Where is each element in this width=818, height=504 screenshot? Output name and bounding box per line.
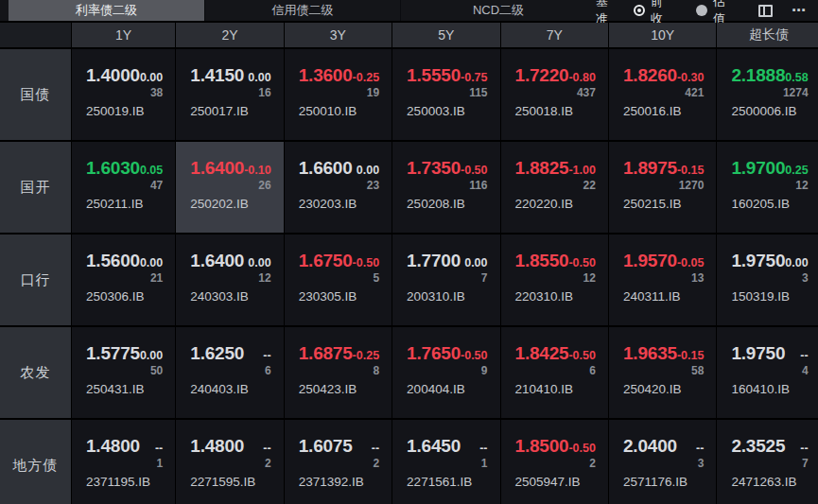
tab-1[interactable]: 信用债二级 (204, 0, 400, 21)
change-value: -0.50 (568, 252, 596, 273)
bond-cell-cdb-1y[interactable]: 1.60300.0547250211.IB (72, 142, 175, 233)
change-value: -0.50 (461, 345, 488, 366)
bond-cell-local-gov-5y[interactable]: 1.6450--12271561.IB (392, 420, 499, 504)
bond-cell-cdb-5y[interactable]: 1.7350-0.50116250208.IB (392, 142, 499, 233)
trade-count: 19 (299, 87, 379, 99)
trade-count: 1270 (623, 180, 704, 192)
bond-cell-local-gov-10y[interactable]: 2.0400--32571176.IB (609, 420, 716, 504)
bond-cell-treasury-10y[interactable]: 1.8260-0.30421250016.IB (609, 49, 716, 140)
bond-cell-exim-ultra-long[interactable]: 1.97500.003150319.IB (717, 235, 818, 325)
bond-code: 200310.IB (407, 289, 487, 304)
bond-cell-exim-10y[interactable]: 1.9570-0.0513240311.IB (609, 235, 716, 325)
bond-cell-local-gov-1y[interactable]: 1.4800--12371195.IB (72, 420, 175, 504)
bond-cell-cdb-2y[interactable]: 1.6400-0.1026250202.IB (176, 142, 283, 233)
bond-cell-treasury-7y[interactable]: 1.7220-0.80437250018.IB (501, 49, 608, 140)
yield-value: 1.6030 (86, 158, 140, 179)
bond-cell-adbc-1y[interactable]: 1.57750.0050250431.IB (72, 327, 175, 418)
bond-code: 2571176.IB (623, 475, 704, 490)
change-value: 0.00 (140, 252, 163, 273)
bond-code: 2271561.IB (407, 475, 487, 490)
more-icon[interactable]: ⋯ (788, 6, 810, 15)
yield-value: 1.7220 (515, 65, 569, 86)
yield-value: 1.7700 (407, 251, 461, 271)
bond-code: 250423.IB (299, 382, 379, 397)
bond-code: 250431.IB (86, 382, 163, 397)
tab-bar-tabs: 利率债二级信用债二级NCD二级 (0, 0, 596, 21)
trade-count: 116 (407, 180, 487, 192)
bond-cell-adbc-7y[interactable]: 1.8425-0.506210410.IB (501, 327, 608, 418)
yield-value: 1.5550 (407, 65, 461, 86)
bond-cell-adbc-5y[interactable]: 1.7650-0.509200404.IB (392, 327, 499, 418)
change-value: -- (696, 438, 704, 459)
bond-cell-cdb-10y[interactable]: 1.8975-0.151270250215.IB (609, 142, 716, 233)
yield-value: 1.7650 (407, 343, 461, 364)
yield-value: 1.4150 (190, 65, 244, 86)
bond-cell-adbc-ultra-long[interactable]: 1.9750--4160410.IB (717, 327, 818, 418)
bond-cell-local-gov-7y[interactable]: 1.8500-0.5022505947.IB (501, 420, 608, 504)
yield-value: 1.8550 (515, 251, 569, 271)
bond-table: 1Y2Y3Y5Y7Y10Y超长债国债1.40000.0038250019.IB1… (0, 23, 818, 504)
bond-cell-treasury-3y[interactable]: 1.3600-0.2519250010.IB (285, 49, 392, 140)
bond-cell-adbc-3y[interactable]: 1.6875-0.258250423.IB (285, 327, 392, 418)
bond-code: 230305.IB (299, 289, 379, 304)
bond-cell-exim-2y[interactable]: 1.64000.0012240303.IB (176, 235, 283, 325)
bond-code: 160205.IB (731, 197, 808, 212)
yield-value: 1.6250 (190, 343, 244, 364)
change-value: 0.00 (357, 160, 379, 181)
bond-cell-local-gov-ultra-long[interactable]: 2.3525--72471263.IB (717, 420, 818, 504)
change-value: 0.00 (248, 252, 270, 273)
yield-value: 1.9750 (731, 251, 785, 271)
bond-cell-treasury-1y[interactable]: 1.40000.0038250019.IB (72, 49, 175, 140)
trade-count: 2 (190, 458, 270, 470)
change-value: -0.50 (353, 252, 380, 273)
bond-code: 250019.IB (86, 104, 163, 119)
column-header-3y: 3Y (285, 23, 392, 47)
trade-count: 8 (299, 365, 379, 377)
trade-count: 115 (407, 87, 487, 99)
bond-code: 250018.IB (515, 104, 596, 119)
bond-cell-cdb-ultra-long[interactable]: 1.97000.2512160205.IB (717, 142, 818, 233)
yield-value: 1.8825 (515, 158, 569, 179)
column-header-2y: 2Y (176, 23, 283, 47)
trade-count: 23 (299, 180, 379, 192)
bond-cell-treasury-ultra-long[interactable]: 2.18880.5812742500006.IB (717, 49, 818, 140)
bond-cell-cdb-3y[interactable]: 1.66000.0023230203.IB (285, 142, 392, 233)
change-value: -0.25 (353, 67, 380, 88)
yield-value: 1.3600 (299, 65, 353, 86)
panel-layout-icon[interactable] (758, 5, 773, 17)
bond-code: 250202.IB (190, 197, 270, 212)
change-value: -0.30 (677, 67, 705, 88)
table-corner (0, 23, 71, 47)
trade-count: 50 (86, 365, 163, 377)
bond-code: 250306.IB (86, 289, 163, 304)
bond-cell-adbc-10y[interactable]: 1.9635-0.1558250420.IB (609, 327, 716, 418)
change-value: -0.75 (461, 67, 488, 88)
bond-cell-treasury-2y[interactable]: 1.41500.0016250017.IB (176, 49, 283, 140)
bond-cell-local-gov-3y[interactable]: 1.6075--22371392.IB (285, 420, 392, 504)
bond-code: 240311.IB (623, 289, 704, 304)
trade-count: 1 (407, 458, 487, 470)
bond-cell-exim-7y[interactable]: 1.8550-0.5012220310.IB (501, 235, 608, 325)
bond-cell-exim-5y[interactable]: 1.77000.007200310.IB (392, 235, 499, 325)
bond-cell-treasury-5y[interactable]: 1.5550-0.75115250003.IB (392, 49, 499, 140)
bond-cell-local-gov-2y[interactable]: 1.4800--22271595.IB (176, 420, 283, 504)
bond-code: 250016.IB (623, 104, 704, 119)
bond-code: 250010.IB (299, 104, 379, 119)
trade-count: 3 (731, 272, 808, 285)
bond-code: 2371195.IB (86, 475, 163, 490)
bond-cell-adbc-2y[interactable]: 1.6250--6240403.IB (176, 327, 283, 418)
trade-count: 7 (731, 458, 808, 470)
bond-cell-exim-1y[interactable]: 1.56000.0021250306.IB (72, 235, 175, 325)
tab-0[interactable]: 利率债二级 (9, 0, 204, 21)
bond-code: 250003.IB (407, 104, 487, 119)
change-value: 0.00 (140, 67, 163, 88)
top-tab-bar: 利率债二级信用债二级NCD二级 基准 前收估值 ⋯ (0, 0, 818, 22)
trade-count: 21 (86, 272, 163, 285)
bond-cell-cdb-7y[interactable]: 1.8825-1.0022220220.IB (501, 142, 608, 233)
tab-2[interactable]: NCD二级 (400, 0, 596, 21)
bond-code: 2505947.IB (515, 475, 596, 490)
bond-cell-exim-3y[interactable]: 1.6750-0.505230305.IB (285, 235, 392, 325)
yield-value: 1.5600 (86, 251, 140, 271)
trade-count: 5 (299, 272, 379, 285)
bond-code: 250420.IB (623, 382, 704, 397)
